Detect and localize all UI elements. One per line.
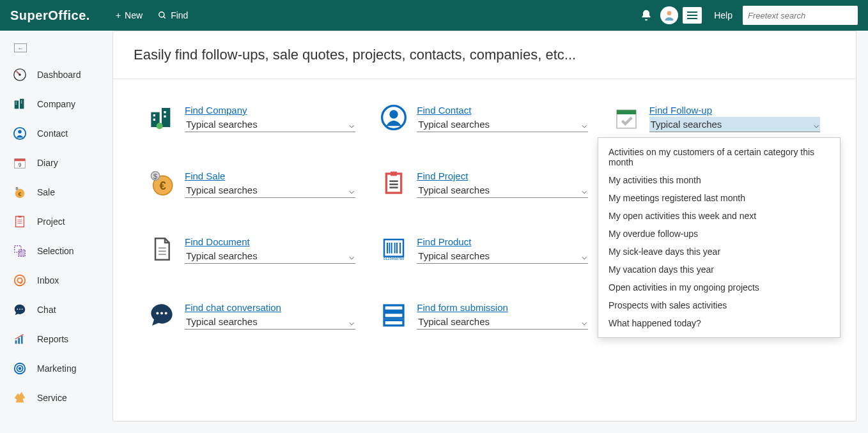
card-find-sale: €$ Find Sale Typical searches⌵: [149, 171, 355, 198]
svg-line-1: [164, 17, 166, 19]
typical-searches-select[interactable]: Typical searches⌵: [417, 183, 587, 198]
svg-rect-15: [21, 102, 22, 103]
chevron-down-icon: ⌵: [582, 317, 587, 327]
nav-sale[interactable]: €$ Sale: [0, 178, 112, 207]
search-input[interactable]: [748, 11, 856, 20]
find-panel: Easily find follow-ups, sale quotes, pro…: [112, 31, 856, 422]
typical-searches-select[interactable]: Typical searches⌵: [417, 248, 587, 264]
chevron-down-icon: ⌵: [349, 185, 354, 195]
find-product-link[interactable]: Find Product: [417, 236, 471, 247]
nav-label: Contact: [37, 128, 68, 139]
chevron-down-icon: ⌵: [349, 317, 354, 327]
svg-rect-37: [18, 338, 20, 344]
typical-searches-select[interactable]: Typical searches⌵: [185, 117, 355, 132]
typical-searches-select[interactable]: Typical searches⌵: [649, 117, 820, 132]
dropdown-item[interactable]: My overdue follow-ups: [598, 225, 840, 243]
form-icon: [381, 302, 407, 328]
project-icon: [13, 215, 27, 229]
menu-button[interactable]: [681, 4, 704, 27]
svg-rect-19: [15, 159, 26, 162]
card-find-product: 0123458789 Find Product Typical searches…: [381, 236, 587, 264]
nav-contact[interactable]: Contact: [0, 119, 112, 148]
collapse-sidebar[interactable]: ←: [0, 41, 112, 60]
sale-icon: €$: [149, 171, 174, 196]
find-button[interactable]: Find: [158, 10, 188, 20]
contact-icon: [381, 105, 407, 130]
svg-rect-47: [164, 116, 166, 118]
nav-project[interactable]: Project: [0, 207, 112, 236]
dropdown-item[interactable]: Prospects with sales activities: [598, 296, 840, 314]
new-button[interactable]: + New: [116, 10, 143, 20]
find-sale-link[interactable]: Find Sale: [185, 171, 225, 181]
nav-label: Marketing: [37, 363, 76, 374]
select-label: Typical searches: [418, 316, 490, 327]
svg-text:$: $: [153, 172, 158, 180]
dropdown-item[interactable]: My activities this month: [598, 171, 840, 189]
dropdown-item[interactable]: My vacation days this year: [598, 261, 840, 278]
svg-rect-46: [164, 111, 166, 113]
svg-point-75: [165, 312, 167, 315]
nav-reports[interactable]: Reports: [0, 324, 112, 354]
dropdown-item[interactable]: My meetings registered last month: [598, 189, 840, 207]
nav-label: Project: [37, 216, 65, 227]
find-project-link[interactable]: Find Project: [417, 171, 468, 181]
dropdown-item[interactable]: Open activities in my ongoing projects: [598, 278, 840, 296]
notifications-icon[interactable]: [635, 4, 658, 27]
svg-point-50: [390, 110, 398, 118]
nav-company[interactable]: Company: [0, 89, 112, 119]
find-company-link[interactable]: Find Company: [185, 105, 247, 116]
nav-marketing[interactable]: Marketing: [0, 354, 112, 383]
freetext-search[interactable]: [743, 6, 858, 25]
nav-label: Inbox: [37, 275, 59, 285]
find-followup-link[interactable]: Find Follow-up: [649, 105, 712, 116]
svg-point-41: [19, 368, 21, 370]
svg-text:$: $: [16, 186, 18, 190]
document-icon: [149, 236, 174, 262]
nav-dashboard[interactable]: Dashboard: [0, 60, 112, 89]
new-label: New: [125, 10, 143, 20]
find-contact-link[interactable]: Find Contact: [417, 105, 471, 116]
chevron-down-icon: ⌵: [349, 251, 354, 261]
dropdown-item[interactable]: Activities on my customers of a certain …: [598, 143, 840, 171]
typical-searches-select[interactable]: Typical searches⌵: [417, 117, 587, 132]
help-link[interactable]: Help: [714, 10, 732, 20]
svg-rect-13: [16, 103, 17, 104]
nav-diary[interactable]: 9 Diary: [0, 148, 112, 178]
select-label: Typical searches: [651, 119, 722, 130]
dashboard-icon: [13, 68, 27, 82]
svg-rect-58: [391, 172, 397, 176]
chevron-down-icon: ⌵: [349, 119, 354, 130]
dropdown-item[interactable]: My sick-leave days this year: [598, 243, 840, 261]
sidebar: ← Dashboard Company Contact 9 Diary €$ S…: [0, 31, 112, 433]
find-chat-link[interactable]: Find chat conversation: [185, 302, 281, 313]
company-icon: [13, 97, 27, 111]
nav-service[interactable]: Service: [0, 383, 112, 413]
nav-label: Reports: [37, 334, 68, 344]
dropdown-item[interactable]: My open activities this week and next: [598, 207, 840, 225]
typical-searches-select[interactable]: Typical searches⌵: [185, 248, 355, 264]
svg-point-32: [15, 275, 26, 286]
user-avatar[interactable]: [658, 4, 681, 27]
svg-rect-44: [153, 114, 155, 116]
select-label: Typical searches: [186, 185, 258, 195]
svg-point-17: [18, 130, 22, 134]
nav-chat[interactable]: Chat: [0, 295, 112, 324]
card-find-document: Find Document Typical searches⌵: [149, 236, 355, 264]
svg-point-35: [22, 308, 23, 310]
chevron-down-icon: ⌵: [582, 185, 587, 195]
typical-searches-select[interactable]: Typical searches⌵: [185, 183, 355, 198]
find-document-link[interactable]: Find Document: [185, 236, 250, 247]
dropdown-item[interactable]: What happened today?: [598, 314, 840, 332]
sale-icon: €$: [13, 185, 27, 199]
svg-rect-45: [153, 119, 155, 121]
typical-searches-select[interactable]: Typical searches⌵: [417, 314, 587, 330]
card-find-project: Find Project Typical searches⌵: [381, 171, 587, 198]
nav-inbox[interactable]: Inbox: [0, 266, 112, 295]
svg-rect-31: [19, 250, 25, 256]
find-form-link[interactable]: Find form submission: [417, 302, 508, 313]
svg-rect-78: [384, 320, 403, 325]
nav-selection[interactable]: Selection: [0, 236, 112, 266]
nav-label: Service: [37, 393, 67, 403]
svg-point-34: [19, 308, 20, 310]
typical-searches-select[interactable]: Typical searches⌵: [185, 314, 355, 330]
